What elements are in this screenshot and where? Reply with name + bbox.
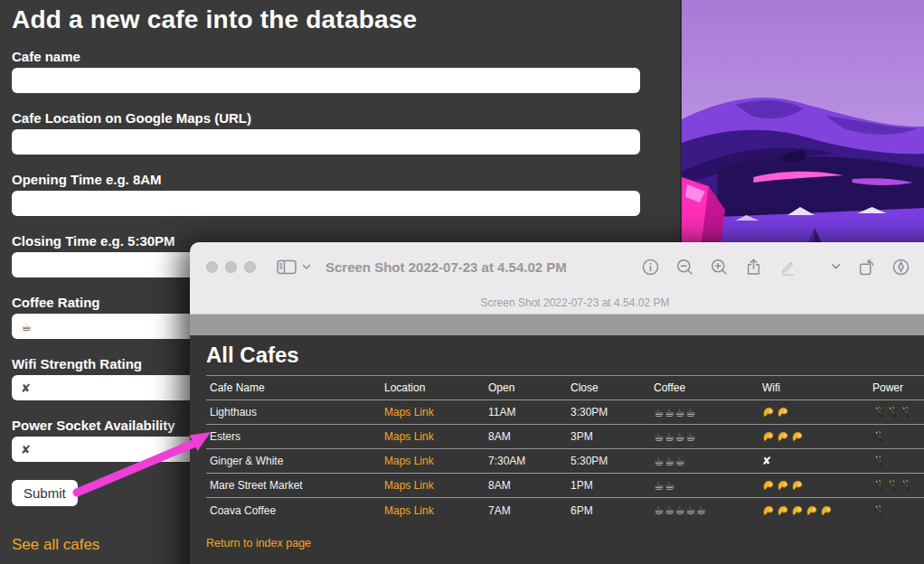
electric-plug-icon xyxy=(872,407,884,418)
chevron-down-icon[interactable] xyxy=(831,263,841,270)
column-header: Location xyxy=(384,381,488,394)
cafe-name-input[interactable] xyxy=(12,68,640,93)
power-cell xyxy=(872,406,924,418)
maps-link[interactable]: Maps Link xyxy=(384,430,434,443)
window-title: Screen Shot 2022-07-23 at 4.54.02 PM xyxy=(325,259,567,275)
close-time-cell: 3PM xyxy=(570,430,654,443)
table-row: Coava CoffeeMaps Link7AM6PM☕☕☕☕☕ xyxy=(206,498,924,522)
electric-plug-icon xyxy=(872,480,884,492)
flexed-bicep-icon xyxy=(777,430,789,443)
form-field-cafe-location: Cafe Location on Google Maps (URL) xyxy=(12,110,680,155)
opening-time-input[interactable] xyxy=(12,191,640,216)
markup-pen-icon[interactable] xyxy=(892,258,910,276)
table-row: Mare Street MarketMaps Link8AM1PM☕☕ xyxy=(206,474,924,498)
cafe-name-cell: Esters xyxy=(210,430,384,443)
rotate-icon[interactable] xyxy=(858,258,875,276)
coffee-rating-icons: ☕☕ xyxy=(654,479,674,493)
electric-plug-icon xyxy=(872,505,884,517)
table-row: EstersMaps Link8AM3PM☕☕☕☕ xyxy=(206,425,924,449)
markup-pencil-icon[interactable] xyxy=(779,258,797,276)
flexed-bicep-icon xyxy=(762,504,775,517)
x-mark-icon: ✘ xyxy=(21,443,31,456)
electric-plug-icon xyxy=(900,480,911,492)
cafe-name-cell: Ginger & White xyxy=(210,455,384,467)
file-subtitle-bar: Screen Shot 2022-07-23 at 4.54.02 PM xyxy=(190,291,924,315)
cafes-table: Cafe NameLocationOpenCloseCoffeeWifiPowe… xyxy=(206,376,924,522)
coffee-cell: ☕☕☕ xyxy=(654,455,762,468)
flexed-bicep-icon xyxy=(806,504,818,517)
location-cell: Maps Link xyxy=(384,406,488,418)
wifi-cell xyxy=(762,479,872,493)
x-mark-icon: ✘ xyxy=(21,381,31,395)
power-cell xyxy=(872,455,924,467)
no-wifi-icon: ✘ xyxy=(762,455,771,467)
column-header: Close xyxy=(570,381,654,394)
maps-link[interactable]: Maps Link xyxy=(384,406,434,418)
coffee-rating-icons: ☕☕☕☕ xyxy=(654,406,696,419)
location-cell: Maps Link xyxy=(384,430,488,443)
wifi-cell xyxy=(762,503,872,517)
cafe-location-input[interactable] xyxy=(12,129,640,155)
page-title: Add a new cafe into the database xyxy=(12,5,680,34)
coffee-rating-icons: ☕☕☕ xyxy=(654,455,685,468)
coffee-cell: ☕☕☕☕☕ xyxy=(654,503,762,517)
table-row: Ginger & WhiteMaps Link7:30AM5:30PM☕☕☕✘ xyxy=(206,449,924,474)
flexed-bicep-icon xyxy=(762,479,775,492)
location-cell: Maps Link xyxy=(384,504,488,517)
cafe-name-cell: Coava Coffee xyxy=(210,504,384,517)
flexed-bicep-icon xyxy=(820,504,833,517)
electric-plug-icon xyxy=(872,456,884,467)
open-time-cell: 8AM xyxy=(488,430,570,443)
electric-plug-icon xyxy=(886,407,898,418)
form-field-cafe-name: Cafe name xyxy=(12,49,680,93)
sidebar-toggle-icon[interactable] xyxy=(277,259,297,275)
flexed-bicep-icon xyxy=(762,430,775,443)
power-cell xyxy=(872,503,924,516)
column-header: Wifi xyxy=(762,381,872,394)
wallpaper-illustration xyxy=(682,0,924,271)
form-field-opening-time: Opening Time e.g. 8AM xyxy=(12,172,680,216)
flexed-bicep-icon xyxy=(777,406,789,418)
share-icon[interactable] xyxy=(745,258,762,276)
chevron-down-icon[interactable] xyxy=(302,264,311,270)
traffic-lights xyxy=(206,261,256,273)
close-button[interactable] xyxy=(206,261,218,273)
electric-plug-icon xyxy=(872,431,884,443)
cafe-name-label: Cafe name xyxy=(12,49,680,64)
open-time-cell: 11AM xyxy=(488,406,570,418)
maps-link[interactable]: Maps Link xyxy=(384,504,434,517)
opening-time-label: Opening Time e.g. 8AM xyxy=(12,172,680,187)
see-all-cafes-link[interactable]: See all cafes xyxy=(12,536,99,554)
column-header: Coffee xyxy=(654,381,762,394)
minimize-button[interactable] xyxy=(225,261,237,273)
window-titlebar[interactable]: Screen Shot 2022-07-23 at 4.54.02 PM xyxy=(190,242,924,291)
cafe-name-cell: Lighthaus xyxy=(210,406,384,418)
wifi-cell: ✘ xyxy=(762,455,872,467)
all-cafes-title: All Cafes xyxy=(206,343,924,368)
coffee-rating-icons: ☕☕☕☕ xyxy=(654,430,696,444)
flexed-bicep-icon xyxy=(777,479,789,492)
zoom-in-icon[interactable] xyxy=(711,258,728,276)
zoom-out-icon[interactable] xyxy=(676,258,693,276)
zoom-button[interactable] xyxy=(244,261,256,273)
electric-plug-icon xyxy=(886,480,898,492)
preview-window: Screen Shot 2022-07-23 at 4.54.02 PM Scr… xyxy=(190,242,924,564)
table-row: LighthausMaps Link11AM3:30PM☕☕☕☕ xyxy=(206,400,924,425)
flexed-bicep-icon xyxy=(762,406,775,418)
submit-button[interactable]: Submit xyxy=(12,480,78,506)
location-cell: Maps Link xyxy=(384,455,488,467)
column-header: Power xyxy=(872,381,924,394)
close-time-cell: 1PM xyxy=(570,479,654,492)
location-cell: Maps Link xyxy=(384,479,488,492)
cafe-location-label: Cafe Location on Google Maps (URL) xyxy=(12,110,680,126)
coffee-cell: ☕☕☕☕ xyxy=(654,430,762,444)
column-header: Cafe Name xyxy=(210,381,384,394)
toolbar-right-icons xyxy=(642,258,910,276)
return-to-index-link[interactable]: Return to index page xyxy=(206,537,311,550)
maps-link[interactable]: Maps Link xyxy=(384,455,434,467)
screenshot-root: Add a new cafe into the database Cafe na… xyxy=(0,0,924,564)
open-time-cell: 8AM xyxy=(488,479,570,492)
coffee-cell: ☕☕ xyxy=(654,479,762,493)
maps-link[interactable]: Maps Link xyxy=(384,479,434,492)
info-icon[interactable] xyxy=(642,258,659,276)
